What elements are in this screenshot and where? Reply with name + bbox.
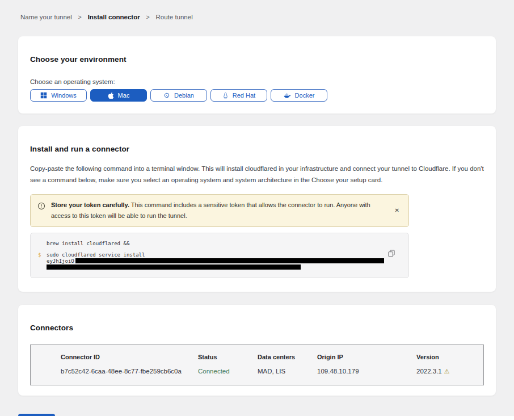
os-button-label: Red Hat <box>233 92 255 99</box>
debian-icon <box>163 92 170 99</box>
breadcrumb: Name your tunnel > Install connector > R… <box>0 0 514 20</box>
os-button-label: Mac <box>118 92 130 99</box>
code-line-brew: brew install cloudflared && <box>38 241 386 247</box>
os-button-windows[interactable]: Windows <box>30 89 87 102</box>
code-gutter <box>38 241 47 247</box>
os-button-label: Debian <box>174 92 194 99</box>
page-content: Choose your environment Choose an operat… <box>0 36 514 420</box>
os-button-redhat[interactable]: Red Hat <box>210 89 267 102</box>
column-header-connector-id: Connector ID <box>61 354 198 360</box>
version-warning-icon: ⚠ <box>444 368 450 375</box>
windows-icon <box>40 92 47 99</box>
connectors-card: Connectors Connector ID Status Data cent… <box>18 305 496 396</box>
shell-prompt: $ <box>38 252 47 271</box>
bottom-page-edge <box>0 416 514 420</box>
alert-message: Store your token carefully. This command… <box>51 200 387 221</box>
token-warning-alert: Store your token carefully. This command… <box>30 194 409 226</box>
environment-card-title: Choose your environment <box>30 55 484 64</box>
alert-exclamation-icon <box>37 202 45 210</box>
redhat-linux-icon <box>222 92 229 99</box>
column-header-version: Version <box>416 354 478 360</box>
os-button-group: Windows Mac Debian <box>30 89 484 102</box>
column-header-data-centers: Data centers <box>258 354 317 360</box>
alert-title: Store your token carefully. <box>51 201 129 208</box>
data-centers-value: MAD, LIS <box>258 368 317 375</box>
status-badge: Connected <box>198 368 258 375</box>
alert-close-icon[interactable]: ✕ <box>393 206 402 215</box>
environment-card: Choose your environment Choose an operat… <box>18 36 496 114</box>
breadcrumb-name-your-tunnel[interactable]: Name your tunnel <box>20 14 72 20</box>
redacted-token-bar <box>47 264 301 270</box>
breadcrumb-route-tunnel[interactable]: Route tunnel <box>156 14 193 20</box>
breadcrumb-install-connector[interactable]: Install connector <box>88 14 140 20</box>
origin-ip-value: 109.48.10.179 <box>317 368 416 375</box>
install-command-codeblock: brew install cloudflared && $ sudo cloud… <box>30 233 409 278</box>
column-header-status: Status <box>198 354 258 360</box>
breadcrumb-separator: > <box>78 14 82 20</box>
connector-id-value: b7c52c42-6caa-48ee-8c77-fbe259cb6c0a <box>61 368 198 375</box>
apple-icon <box>108 92 114 99</box>
code-line-install: $ sudo cloudflared service install eyJhI… <box>38 252 386 271</box>
install-connector-title: Install and run a connector <box>30 145 484 153</box>
docker-icon <box>284 93 291 99</box>
breadcrumb-separator: > <box>146 14 150 20</box>
copy-icon[interactable] <box>387 249 396 258</box>
os-select-label: Choose an operating system: <box>30 78 484 85</box>
os-button-docker[interactable]: Docker <box>271 89 327 102</box>
connectors-title: Connectors <box>30 324 484 332</box>
os-button-debian[interactable]: Debian <box>150 89 207 102</box>
version-cell: 2022.3.1⚠ <box>416 368 478 375</box>
code-text-brew: brew install cloudflared && <box>47 241 129 247</box>
version-value: 2022.3.1 <box>416 368 442 375</box>
os-button-label: Windows <box>51 92 77 99</box>
token-prefix: eyJhIjoiO <box>47 258 74 264</box>
redacted-token-bar <box>75 258 384 263</box>
os-button-label: Docker <box>295 92 315 99</box>
os-button-mac[interactable]: Mac <box>90 89 147 102</box>
column-header-origin-ip: Origin IP <box>317 354 416 360</box>
code-command: sudo cloudflared service install <box>47 252 145 258</box>
code-text-install: sudo cloudflared service install eyJhIjo… <box>47 252 384 271</box>
install-connector-description: Copy-paste the following command into a … <box>30 163 484 186</box>
connectors-table: Connector ID Status Data centers Origin … <box>30 345 484 385</box>
install-connector-card: Install and run a connector Copy-paste t… <box>18 126 496 292</box>
